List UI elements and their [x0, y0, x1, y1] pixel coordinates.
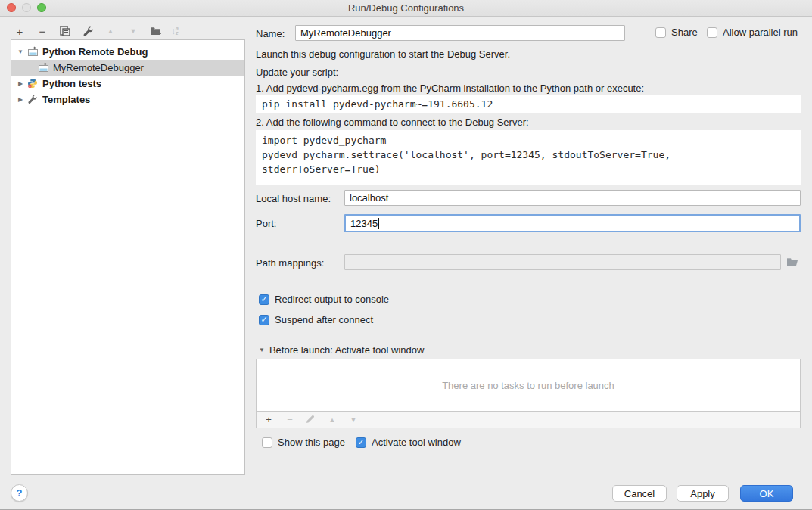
before-launch-header[interactable]: ▼ Before launch: Activate tool window — [259, 344, 801, 356]
checkbox-unchecked[interactable] — [707, 27, 717, 38]
checkbox-checked[interactable]: ✓ — [259, 294, 269, 305]
separator-line — [431, 350, 801, 350]
window-controls — [7, 3, 46, 12]
local-host-input[interactable]: localhost — [344, 190, 801, 206]
empty-tasks-message: There are no tasks to run before launch — [442, 380, 614, 391]
remote-debug-icon — [27, 46, 39, 58]
checkbox-unchecked[interactable] — [262, 437, 272, 448]
show-this-page-checkbox[interactable]: Show this page — [262, 437, 345, 448]
window-title: Run/Debug Configurations — [348, 2, 464, 14]
configuration-editor: Name: MyRemoteDebugger Share Allow paral… — [256, 17, 801, 493]
remove-task-button: − — [284, 414, 296, 425]
tree-item-templates[interactable]: ▶ Templates — [11, 92, 244, 107]
text-caret — [378, 218, 379, 229]
cancel-button[interactable]: Cancel — [612, 485, 667, 502]
templates-wrench-icon — [27, 94, 39, 105]
close-window-button[interactable] — [7, 3, 16, 12]
zoom-window-button[interactable] — [37, 3, 46, 12]
move-up-button: ▲ — [103, 24, 118, 38]
edit-templates-wrench-icon[interactable] — [80, 24, 95, 38]
activate-tool-window-checkbox[interactable]: ✓ Activate tool window — [356, 437, 461, 448]
port-input[interactable]: 12345 — [344, 214, 801, 232]
add-task-button[interactable]: + — [263, 414, 275, 425]
sort-configurations-icon: ↓ az — [171, 26, 179, 36]
titlebar: Run/Debug Configurations — [0, 0, 812, 17]
run-debug-configurations-dialog: Run/Debug Configurations + − ▲ ▼ ↓ az ▼ … — [0, 0, 812, 510]
python-tests-icon — [27, 78, 39, 89]
chevron-expanded-icon[interactable]: ▼ — [16, 48, 25, 55]
tree-item-python-tests[interactable]: ▶ Python tests — [11, 76, 244, 92]
path-mappings-label: Path mappings: — [256, 257, 324, 269]
ok-button[interactable]: OK — [740, 485, 793, 502]
step1-text: 1. Add pydevd-pycharm.egg from the PyCha… — [256, 82, 644, 94]
share-checkbox[interactable]: Share — [655, 26, 698, 38]
checkbox-unchecked[interactable] — [655, 27, 666, 38]
copy-configuration-icon[interactable] — [58, 24, 73, 38]
path-mappings-input[interactable] — [344, 254, 781, 270]
chevron-collapsed-icon[interactable]: ▶ — [16, 96, 25, 103]
before-launch-toolbar: + − ▲ ▼ — [256, 412, 801, 428]
update-script-text: Update your script: — [256, 67, 338, 78]
minimize-window-button — [22, 3, 31, 12]
apply-button[interactable]: Apply — [677, 485, 729, 502]
checkbox-checked[interactable]: ✓ — [259, 315, 269, 325]
configurations-toolbar: + − ▲ ▼ ↓ az — [12, 23, 179, 39]
remove-configuration-button[interactable]: − — [35, 24, 50, 38]
edit-task-pencil-icon — [305, 415, 317, 424]
tree-item-python-remote-debug[interactable]: ▼ Python Remote Debug — [11, 44, 244, 60]
port-label: Port: — [256, 218, 276, 229]
name-input[interactable]: MyRemoteDebugger — [295, 25, 625, 41]
tree-item-myremotedebugger[interactable]: MyRemoteDebugger — [11, 60, 244, 76]
name-label: Name: — [256, 28, 285, 39]
suspend-after-connect-checkbox[interactable]: ✓ Suspend after connect — [259, 314, 373, 325]
local-host-label: Local host name: — [256, 193, 331, 204]
step2-text: 2. Add the following command to connect … — [256, 117, 529, 128]
before-launch-task-list[interactable]: There are no tasks to run before launch — [256, 359, 801, 412]
move-task-down-button: ▼ — [347, 416, 359, 424]
redirect-output-checkbox[interactable]: ✓ Redirect output to console — [259, 294, 389, 305]
settrace-code-block[interactable]: import pydevd_pycharm pydevd_pycharm.set… — [256, 130, 801, 185]
allow-parallel-run-checkbox[interactable]: Allow parallel run — [707, 26, 798, 38]
move-down-button: ▼ — [126, 24, 141, 38]
new-folder-icon[interactable] — [148, 24, 163, 38]
checkbox-checked[interactable]: ✓ — [356, 437, 366, 448]
help-button[interactable]: ? — [11, 484, 28, 502]
move-task-up-button: ▲ — [326, 416, 338, 424]
chevron-collapsed-icon[interactable]: ▶ — [16, 80, 25, 87]
add-configuration-button[interactable]: + — [12, 24, 27, 38]
configurations-tree: ▼ Python Remote Debug MyRemoteDebugger ▶… — [11, 39, 245, 475]
browse-folder-icon[interactable] — [786, 256, 799, 268]
intro-text: Launch this debug configuration to start… — [256, 48, 510, 60]
pip-install-command[interactable]: pip install pydevd-pycharm~=191.6605.12 — [256, 95, 801, 113]
remote-debug-icon — [38, 62, 49, 73]
collapse-triangle-icon[interactable]: ▼ — [259, 347, 265, 353]
